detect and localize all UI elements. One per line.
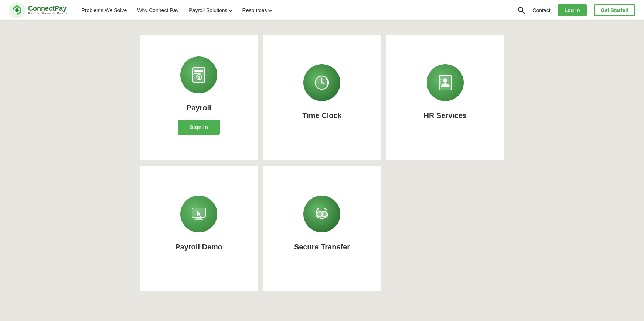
hr-icon: [427, 64, 464, 101]
secure-icon-svg: [312, 204, 331, 224]
svg-rect-16: [439, 79, 441, 80]
svg-rect-7: [194, 73, 201, 74]
timeclock-icon: [303, 64, 340, 101]
svg-point-1: [15, 8, 19, 12]
card-grid: $ Payroll Sign In Time Clock: [137, 32, 507, 294]
card-payroll: $ Payroll Sign In: [140, 35, 258, 160]
logo: ConnectPay People. Passion. Payroll.: [9, 2, 70, 18]
timeclock-icon-svg: [312, 73, 331, 92]
svg-rect-21: [194, 219, 203, 220]
payroll-icon-svg: $: [189, 65, 208, 84]
search-icon: [518, 7, 525, 14]
svg-rect-6: [194, 70, 203, 72]
nav-problems[interactable]: Problems We Solve: [82, 7, 127, 13]
hr-title: HR Services: [423, 111, 467, 120]
nav-right: Contact Log In Get Started: [518, 4, 635, 16]
secure-icon: [303, 196, 340, 232]
get-started-button[interactable]: Get Started: [594, 4, 635, 16]
card-demo: Payroll Demo: [140, 166, 258, 291]
main-content: $ Payroll Sign In Time Clock: [0, 21, 644, 321]
svg-point-3: [518, 7, 523, 12]
timeclock-title: Time Clock: [302, 111, 341, 120]
demo-icon: [180, 196, 217, 232]
nav-links: Problems We Solve Why Connect Pay Payrol…: [82, 7, 518, 13]
payroll-solutions-chevron: [228, 8, 232, 12]
payroll-signin-button[interactable]: Sign In: [178, 120, 220, 135]
card-timeclock: Time Clock: [263, 35, 381, 160]
hr-icon-svg: [436, 73, 455, 92]
svg-rect-2: [16, 5, 18, 7]
card-hr: HR Services: [386, 35, 504, 160]
svg-rect-17: [439, 81, 441, 82]
resources-chevron: [268, 8, 272, 12]
demo-title: Payroll Demo: [175, 243, 222, 251]
svg-line-4: [522, 11, 525, 14]
svg-text:$: $: [198, 76, 200, 79]
payroll-title: Payroll: [187, 104, 211, 112]
navbar: ConnectPay People. Passion. Payroll. Pro…: [0, 0, 644, 21]
nav-payroll-solutions[interactable]: Payroll Solutions: [189, 7, 232, 13]
svg-rect-18: [439, 83, 441, 84]
search-button[interactable]: [518, 7, 525, 14]
nav-resources[interactable]: Resources: [242, 7, 272, 13]
svg-point-24: [321, 211, 327, 217]
svg-point-15: [443, 78, 447, 83]
empty-cell: [386, 166, 504, 291]
secure-title: Secure Transfer: [294, 243, 350, 251]
login-button[interactable]: Log In: [558, 4, 587, 16]
card-secure: Secure Transfer: [263, 166, 381, 291]
logo-name: ConnectPay: [28, 5, 70, 12]
logo-icon: [9, 2, 25, 18]
demo-icon-svg: [189, 204, 208, 224]
nav-why[interactable]: Why Connect Pay: [137, 7, 178, 13]
logo-tagline: People. Passion. Payroll.: [28, 12, 70, 15]
svg-rect-20: [196, 218, 202, 219]
contact-link[interactable]: Contact: [532, 7, 550, 13]
payroll-icon: $: [180, 56, 217, 93]
svg-point-13: [321, 82, 323, 83]
